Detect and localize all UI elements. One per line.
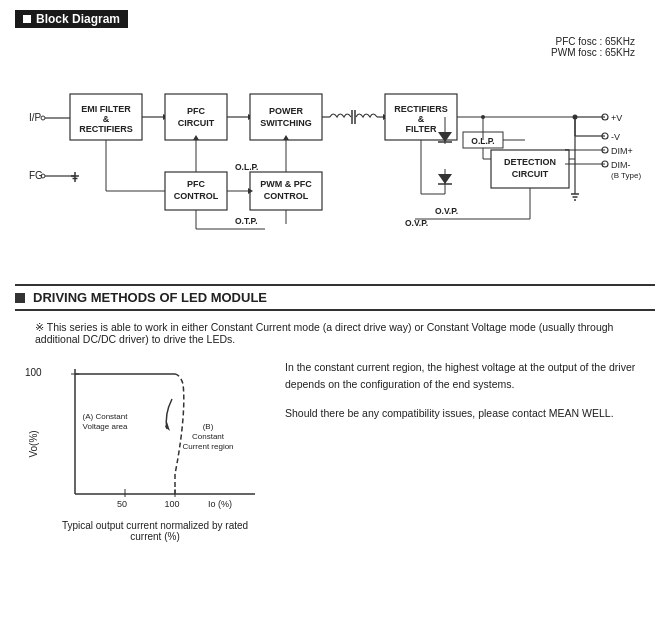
- svg-text:O.T.P.: O.T.P.: [235, 216, 258, 226]
- block-diagram-section: Block Diagram PFC fosc : 65KHz PWM fosc …: [0, 0, 670, 264]
- svg-text:(B): (B): [203, 422, 214, 431]
- svg-text:O.L.P.: O.L.P.: [235, 162, 258, 172]
- svg-text:PWM & PFC: PWM & PFC: [260, 179, 312, 189]
- driving-methods-section: DRIVING METHODS OF LED MODULE This serie…: [0, 274, 670, 539]
- svg-text:SWITCHING: SWITCHING: [260, 118, 312, 128]
- svg-text:DIM-: DIM-: [611, 160, 631, 170]
- chart-ylabel: Vo(%): [28, 430, 39, 457]
- svg-point-0: [41, 116, 45, 120]
- ip-label: I/P: [29, 112, 42, 123]
- svg-text:100: 100: [164, 499, 179, 509]
- svg-text:PFC: PFC: [187, 106, 206, 116]
- svg-marker-68: [438, 174, 452, 184]
- driving-right-text: In the constant current region, the high…: [285, 359, 655, 421]
- svg-text:Voltage area: Voltage area: [83, 422, 128, 431]
- block-diagram-title: Block Diagram: [15, 10, 128, 28]
- chart-container: 100 Vo(%) 50 100 Io (%): [45, 359, 265, 529]
- pfc-info: PFC fosc : 65KHz PWM fosc : 65KHz: [15, 36, 655, 58]
- svg-text:EMI FILTER: EMI FILTER: [81, 104, 131, 114]
- svg-text:50: 50: [117, 499, 127, 509]
- title-square: [15, 293, 25, 303]
- svg-text:CONTROL: CONTROL: [264, 191, 309, 201]
- svg-text:(B Type): (B Type): [611, 171, 641, 180]
- svg-text:Current region: Current region: [182, 442, 233, 451]
- svg-text:DETECTION: DETECTION: [504, 157, 556, 167]
- svg-point-55: [481, 115, 485, 119]
- svg-text:RECTIFIERS: RECTIFIERS: [79, 124, 133, 134]
- svg-text:RECTIFIERS: RECTIFIERS: [394, 104, 448, 114]
- driving-note: This series is able to work in either Co…: [15, 321, 655, 345]
- svg-text:-V: -V: [611, 132, 620, 142]
- title-square: [23, 15, 31, 23]
- svg-text:POWER: POWER: [269, 106, 304, 116]
- svg-text:CONTROL: CONTROL: [174, 191, 219, 201]
- svg-text:FILTER: FILTER: [406, 124, 437, 134]
- chart-area: 100 Vo(%) 50 100 Io (%): [15, 359, 265, 529]
- svg-text:(A) Constant: (A) Constant: [83, 412, 129, 421]
- svg-text:Io (%): Io (%): [208, 499, 232, 509]
- svg-text:&: &: [103, 114, 110, 124]
- svg-text:DIM+: DIM+: [611, 146, 633, 156]
- chart-svg: 50 100 Io (%) (A) Constant: [45, 359, 265, 514]
- driving-content: 100 Vo(%) 50 100 Io (%): [15, 359, 655, 529]
- svg-rect-15: [165, 94, 227, 140]
- svg-text:PFC: PFC: [187, 179, 206, 189]
- svg-text:Constant: Constant: [192, 432, 225, 441]
- svg-text:&: &: [418, 114, 425, 124]
- svg-rect-20: [250, 94, 322, 140]
- svg-text:CIRCUIT: CIRCUIT: [512, 169, 549, 179]
- svg-text:CIRCUIT: CIRCUIT: [178, 118, 215, 128]
- chart-caption: Typical output current normalized by rat…: [45, 520, 265, 542]
- chart-y100: 100: [25, 367, 42, 378]
- svg-text:+V: +V: [611, 113, 622, 123]
- svg-text:O.V.P.: O.V.P.: [435, 206, 458, 216]
- block-diagram-area: I/P FG EMI FILTER & RECTIFIERS PFC CIRCU…: [15, 64, 655, 254]
- driving-methods-title: DRIVING METHODS OF LED MODULE: [15, 284, 655, 311]
